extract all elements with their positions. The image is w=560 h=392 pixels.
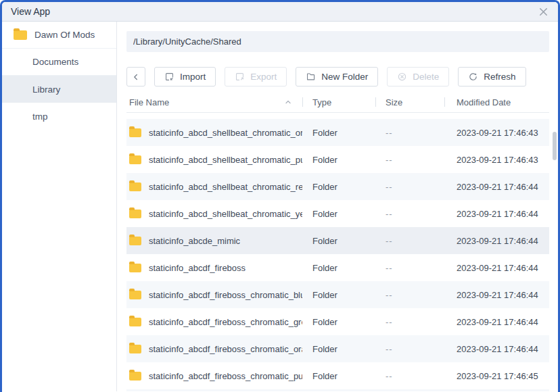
export-button: Export	[225, 67, 287, 87]
sidebar-item-label: Library	[14, 84, 60, 95]
folder-icon	[129, 372, 141, 381]
import-button[interactable]: Import	[154, 67, 216, 87]
column-header-type[interactable]: Type	[302, 97, 375, 107]
folder-icon	[129, 210, 141, 218]
table-row[interactable]: staticinfo_abcdf_fireboss_chromatic_oran…	[126, 335, 549, 362]
file-name: staticinfo_abcdf_fireboss_chromatic_gree…	[149, 317, 302, 327]
table-header: File Name Type Size Modified Date	[126, 92, 549, 113]
folder-icon	[129, 237, 141, 245]
dialog-title: View App	[11, 6, 50, 17]
sidebar-item-tmp[interactable]: tmp	[2, 103, 116, 130]
titlebar: View App	[2, 2, 558, 22]
toolbar: Import Export New Folder	[126, 67, 549, 87]
file-name-cell: staticinfo_abcdf_fireboss	[126, 263, 302, 273]
delete-button: Delete	[387, 67, 449, 87]
sidebar-item-dawn-of-mods[interactable]: Dawn Of Mods	[2, 22, 116, 49]
file-name-cell: staticinfo_abcdf_fireboss_chromatic_gree…	[126, 317, 302, 327]
file-modified-date: 2023-09-21 17:46:43	[444, 128, 549, 138]
column-header-file-name[interactable]: File Name	[126, 97, 302, 107]
file-type: Folder	[302, 290, 375, 300]
export-icon	[235, 72, 245, 82]
file-modified-date: 2023-09-21 17:46:44	[444, 290, 549, 300]
file-name: staticinfo_abcde_mimic	[149, 236, 240, 246]
file-modified-date: 2023-09-21 17:46:45	[444, 371, 549, 381]
table-row[interactable]: staticinfo_abcd_shellbeat_chromatic_ora.…	[126, 119, 549, 146]
file-size: --	[375, 209, 444, 219]
file-modified-date: 2023-09-21 17:46:44	[444, 317, 549, 327]
folder-icon	[129, 291, 141, 299]
refresh-label: Refresh	[484, 72, 515, 82]
file-table-body: staticinfo_abcd_shellbeat_chromatic_ora.…	[126, 119, 549, 391]
folder-icon	[129, 318, 141, 326]
file-name: staticinfo_abcd_shellbeat_chromatic_pur.…	[149, 155, 302, 165]
table-row[interactable]: staticinfo_abcdf_fireboss Folder -- 2023…	[126, 254, 549, 281]
file-type: Folder	[302, 182, 375, 192]
file-type: Folder	[302, 209, 375, 219]
file-name-cell: staticinfo_abcd_shellbeat_chromatic_ora.…	[126, 128, 302, 138]
file-type: Folder	[302, 317, 375, 327]
table-row[interactable]: staticinfo_abcdf_fireboss_chromatic_gree…	[126, 308, 549, 335]
sidebar-item-documents[interactable]: Documents	[2, 49, 116, 76]
file-name-cell: staticinfo_abcd_shellbeat_chromatic_pur.…	[126, 155, 302, 165]
file-modified-date: 2023-09-21 17:46:44	[444, 263, 549, 273]
column-header-size[interactable]: Size	[375, 97, 444, 107]
close-button[interactable]	[537, 5, 549, 18]
file-name-cell: staticinfo_abcd_shellbeat_chromatic_red	[126, 182, 302, 192]
table-row[interactable]: staticinfo_abcd_shellbeat_chromatic_pur.…	[126, 146, 549, 173]
table-row[interactable]: staticinfo_abcde_mimic Folder -- 2023-09…	[126, 227, 549, 254]
file-type: Folder	[302, 263, 375, 273]
file-size: --	[375, 263, 444, 273]
column-header-modified-date[interactable]: Modified Date	[444, 97, 549, 107]
file-modified-date: 2023-09-21 17:46:44	[444, 236, 549, 246]
export-label: Export	[250, 72, 277, 82]
table-row[interactable]: staticinfo_abcdf_fireboss_chromatic_blue…	[126, 281, 549, 308]
sidebar: Dawn Of Mods Documents Library tmp	[2, 22, 117, 391]
sidebar-item-label: Dawn Of Mods	[34, 30, 95, 40]
file-name: staticinfo_abcd_shellbeat_chromatic_ora.…	[149, 128, 302, 138]
folder-icon	[129, 345, 141, 353]
file-size: --	[375, 182, 444, 192]
file-size: --	[375, 371, 444, 381]
refresh-icon	[468, 72, 478, 82]
close-icon	[538, 7, 549, 17]
file-modified-date: 2023-09-21 17:46:44	[444, 344, 549, 354]
table-row[interactable]: staticinfo_abcdf_fireboss_chromatic_purp…	[126, 362, 549, 389]
file-name: staticinfo_abcd_shellbeat_chromatic_red	[149, 182, 302, 192]
folder-icon	[129, 264, 141, 272]
file-type: Folder	[302, 155, 375, 165]
import-label: Import	[180, 72, 206, 82]
back-button[interactable]	[126, 67, 145, 87]
file-size: --	[375, 317, 444, 327]
folder-icon	[14, 30, 27, 40]
file-name-cell: staticinfo_abcdf_fireboss_chromatic_blue	[126, 290, 302, 300]
content-panel: Import Export New Folder	[117, 22, 558, 391]
file-modified-date: 2023-09-21 17:46:44	[444, 182, 549, 192]
folder-icon	[129, 182, 141, 191]
view-app-dialog: View App Dawn Of Mods Documents Library …	[0, 0, 560, 392]
sidebar-item-library[interactable]: Library	[2, 76, 116, 103]
new-folder-label: New Folder	[321, 72, 368, 82]
file-size: --	[375, 290, 444, 300]
table-row[interactable]: staticinfo_abcd_shellbeat_chromatic_yell…	[126, 200, 549, 227]
file-name-cell: staticinfo_abcdf_fireboss_chromatic_oran…	[126, 344, 302, 354]
new-folder-button[interactable]: New Folder	[296, 67, 378, 87]
file-modified-date: 2023-09-21 17:46:44	[444, 209, 549, 219]
file-type: Folder	[302, 236, 375, 246]
table-row-partial	[126, 389, 549, 391]
delete-icon	[397, 72, 407, 82]
sidebar-item-label: Documents	[14, 57, 78, 67]
new-folder-icon	[306, 72, 316, 82]
file-name: staticinfo_abcdf_fireboss_chromatic_oran…	[149, 344, 302, 354]
sidebar-item-label: tmp	[14, 112, 48, 122]
folder-icon	[129, 128, 141, 137]
path-input[interactable]	[126, 31, 549, 52]
chevron-left-icon	[131, 72, 141, 82]
file-name: staticinfo_abcd_shellbeat_chromatic_yell…	[149, 209, 302, 219]
folder-icon	[129, 155, 141, 164]
table-row[interactable]: staticinfo_abcd_shellbeat_chromatic_red …	[126, 173, 549, 200]
file-size: --	[375, 344, 444, 354]
vertical-scrollbar-thumb[interactable]	[553, 132, 557, 160]
file-modified-date: 2023-09-21 17:46:43	[444, 155, 549, 165]
file-type: Folder	[302, 371, 375, 381]
refresh-button[interactable]: Refresh	[458, 67, 526, 87]
